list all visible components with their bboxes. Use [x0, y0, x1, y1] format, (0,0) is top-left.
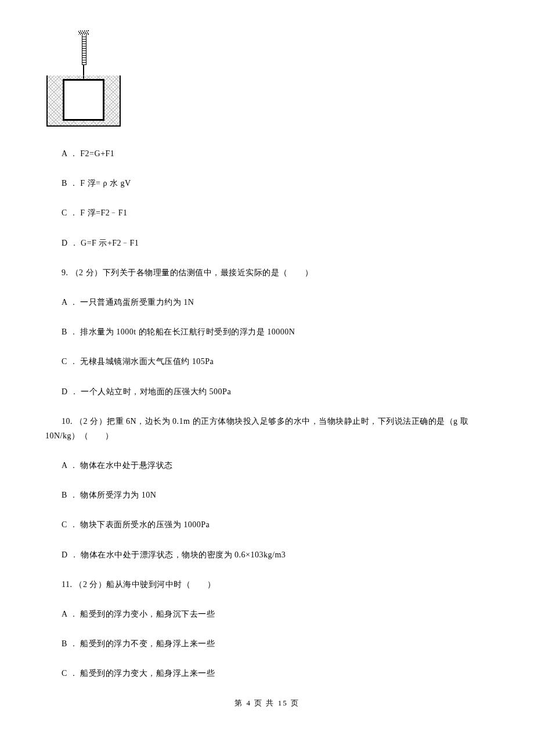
q8-option-b: B ． F 浮= ρ 水 gV — [45, 176, 489, 190]
q10-option-c: C ． 物块下表面所受水的压强为 1000Pa — [45, 517, 489, 532]
q10-option-a: A ． 物体在水中处于悬浮状态 — [45, 458, 489, 473]
q10-stem: 10. （2 分）把重 6N，边长为 0.1m 的正方体物块投入足够多的水中，当… — [45, 414, 489, 443]
q11-option-a: A ． 船受到的浮力变小，船身沉下去一些 — [45, 607, 489, 621]
q8-option-a: A ． F2=G+F1 — [45, 146, 489, 161]
document-page: A ． F2=G+F1 B ． F 浮= ρ 水 gV C ． F 浮=F2﹣F… — [0, 0, 534, 733]
q10-option-d: D ． 物体在水中处于漂浮状态，物块的密度为 0.6×103kg/m3 — [45, 548, 489, 562]
q9-option-b: B ． 排水量为 1000t 的轮船在长江航行时受到的浮力是 10000N — [45, 325, 489, 339]
page-footer: 第 4 页 共 15 页 — [45, 696, 489, 710]
q11-stem: 11. （2 分）船从海中驶到河中时（ ） — [45, 577, 489, 592]
buoyancy-diagram — [46, 30, 121, 129]
q8-option-c: C ． F 浮=F2﹣F1 — [45, 206, 489, 220]
spring-scale — [82, 35, 86, 65]
ceiling-hatch — [78, 30, 89, 35]
q9-option-a: A ． 一只普通鸡蛋所受重力约为 1N — [45, 295, 489, 309]
q9-option-c: C ． 无棣县城镜湖水面大气压值约 105Pa — [45, 354, 489, 369]
q11-option-b: B ． 船受到的浮力不变，船身浮上来一些 — [45, 636, 489, 651]
q9-option-d: D ． 一个人站立时，对地面的压强大约 500Pa — [45, 384, 489, 399]
q9-stem: 9. （2 分）下列关于各物理量的估测值中，最接近实际的是（ ） — [45, 265, 489, 280]
q10-option-b: B ． 物体所受浮力为 10N — [45, 488, 489, 502]
q8-option-d: D ． G=F 示+F2﹣F1 — [45, 236, 489, 250]
q11-option-c: C ． 船受到的浮力变大，船身浮上来一些 — [45, 666, 489, 681]
submerged-cube — [63, 79, 104, 121]
